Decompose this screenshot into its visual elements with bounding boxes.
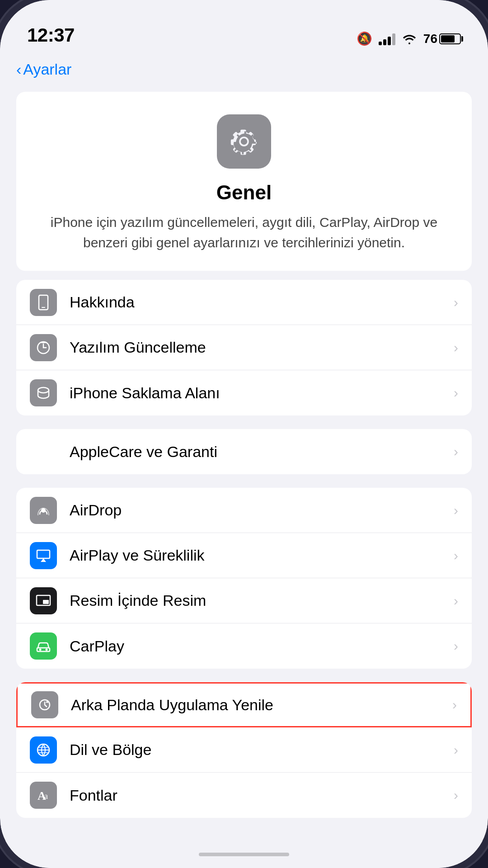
header-card: Genel iPhone için yazılım güncellemeleri…: [16, 92, 472, 271]
yazilim-label: Yazılım Güncelleme: [70, 339, 454, 356]
list-item-arkaplan[interactable]: Arka Planda Uygulama Yenile ›: [16, 682, 472, 727]
list-item-yazilim[interactable]: Yazılım Güncelleme ›: [16, 325, 472, 370]
applecare-label: AppleCare ve Garanti: [70, 443, 454, 461]
resim-icon: [30, 587, 57, 614]
wifi-icon: [402, 33, 417, 45]
battery-body: [439, 33, 461, 44]
dilbolge-chevron: ›: [454, 742, 458, 758]
phone-frame: 12:37 🔕 76: [0, 0, 488, 868]
airdrop-icon: [30, 497, 57, 524]
svg-rect-8: [37, 648, 50, 651]
dilbolge-icon: [30, 736, 57, 764]
airdrop-label: AirDrop: [70, 501, 454, 519]
hakkinda-label: Hakkında: [70, 293, 454, 311]
depolama-icon: [30, 379, 57, 406]
yazilim-chevron: ›: [454, 340, 458, 355]
section-device: Hakkında › Yazılım Güncelleme ›: [16, 280, 472, 415]
yazilim-icon: [30, 334, 57, 361]
dilbolge-label: Dil ve Bölge: [70, 741, 454, 759]
mute-icon: 🔕: [357, 31, 372, 46]
globe-icon: [35, 742, 52, 758]
phone-screen: 12:37 🔕 76: [0, 0, 488, 868]
storage-icon: [35, 385, 52, 401]
airdrop-svg: [35, 502, 52, 519]
airplay-svg: [35, 547, 52, 564]
svg-rect-7: [43, 600, 49, 604]
svg-rect-1: [42, 307, 45, 308]
list-item-applecare[interactable]: AppleCare ve Garanti ›: [16, 429, 472, 474]
svg-point-10: [46, 649, 48, 651]
section-system: Arka Planda Uygulama Yenile ›: [16, 682, 472, 818]
airplay-label: AirPlay ve Süreklilik: [70, 547, 454, 564]
home-indicator: [0, 841, 488, 868]
carplay-icon: [30, 632, 57, 660]
list-item-hakkinda[interactable]: Hakkında ›: [16, 280, 472, 325]
section-applecare: AppleCare ve Garanti ›: [16, 429, 472, 474]
gear-svg: [228, 125, 260, 158]
content: ‹ Ayarlar Genel iPhone için yazılım günc…: [0, 54, 488, 841]
pip-svg: [35, 593, 52, 609]
list-item-resim[interactable]: Resim İçinde Resim ›: [16, 578, 472, 623]
status-right: 🔕 76: [357, 31, 461, 46]
list-item-fontlar[interactable]: A a Fontlar ›: [16, 773, 472, 818]
carplay-chevron: ›: [454, 638, 458, 654]
hakkinda-icon: [30, 289, 57, 316]
applecare-chevron: ›: [454, 444, 458, 459]
header-description: iPhone için yazılım güncellemeleri, aygı…: [33, 212, 455, 253]
arkaplan-chevron: ›: [452, 697, 457, 712]
hakkinda-chevron: ›: [454, 295, 458, 310]
carplay-svg: [35, 638, 52, 654]
airplay-chevron: ›: [454, 548, 458, 563]
airdrop-chevron: ›: [454, 503, 458, 518]
section-connectivity: AirDrop › AirPlay ve Süreklilik ›: [16, 488, 472, 669]
list-item-airdrop[interactable]: AirDrop ›: [16, 488, 472, 533]
battery-percent: 76: [423, 32, 437, 46]
back-label[interactable]: Ayarlar: [23, 61, 71, 78]
page-title: Genel: [216, 181, 272, 204]
list-item-dilbolge[interactable]: Dil ve Bölge ›: [16, 727, 472, 773]
svg-text:a: a: [44, 792, 48, 801]
list-item-carplay[interactable]: CarPlay ›: [16, 623, 472, 669]
svg-rect-5: [37, 550, 50, 558]
resim-chevron: ›: [454, 593, 458, 609]
battery-icon: 76: [423, 32, 461, 46]
list-item-depolama[interactable]: iPhone Saklama Alanı ›: [16, 370, 472, 415]
arkaplan-label: Arka Planda Uygulama Yenile: [71, 696, 452, 714]
signal-bars: [379, 33, 395, 45]
home-bar: [199, 853, 289, 856]
phone-icon: [35, 294, 52, 311]
carplay-label: CarPlay: [70, 637, 454, 655]
depolama-chevron: ›: [454, 385, 458, 401]
resim-label: Resim İçinde Resim: [70, 592, 454, 609]
fontlar-icon: A a: [30, 782, 57, 809]
svg-point-9: [39, 649, 42, 651]
status-bar: 12:37 🔕 76: [0, 0, 488, 54]
font-icon: A a: [35, 787, 52, 803]
nav-back[interactable]: ‹ Ayarlar: [0, 54, 488, 83]
svg-point-3: [38, 387, 49, 393]
back-chevron-icon: ‹: [16, 61, 21, 78]
applecare-icon: [30, 438, 57, 465]
fontlar-label: Fontlar: [70, 787, 454, 804]
refresh-icon: [37, 697, 53, 713]
update-icon: [35, 340, 52, 356]
fontlar-chevron: ›: [454, 788, 458, 803]
depolama-label: iPhone Saklama Alanı: [70, 384, 454, 402]
list-item-airplay[interactable]: AirPlay ve Süreklilik ›: [16, 533, 472, 578]
arkaplan-icon: [31, 691, 58, 718]
genel-icon: [217, 114, 271, 169]
battery-fill: [441, 35, 455, 42]
airplay-icon: [30, 542, 57, 569]
status-time: 12:37: [27, 24, 75, 46]
